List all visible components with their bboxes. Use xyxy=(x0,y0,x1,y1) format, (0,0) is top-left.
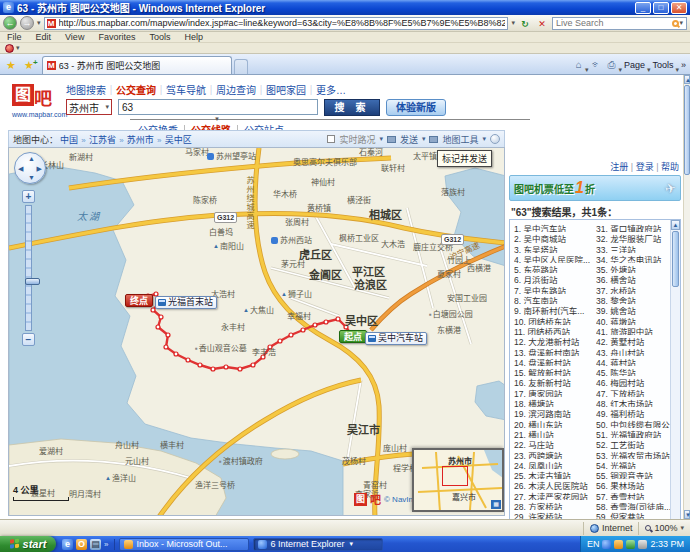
live-search-box[interactable]: ▾ xyxy=(552,17,687,30)
quicklaunch-desktop-icon[interactable]: ▤ xyxy=(90,539,101,550)
station-item[interactable]: 34. 华之杰电讯站 xyxy=(596,253,670,263)
menu-item-tools[interactable]: Tools xyxy=(142,32,177,42)
menu-item-favorites[interactable]: Favorites xyxy=(91,32,142,42)
minimap-toggle-icon[interactable]: ▦ xyxy=(491,500,501,509)
feeds-icon[interactable]: ᯤ xyxy=(588,56,604,74)
station-item[interactable]: 54. 光福站 xyxy=(596,459,670,469)
site-nav-item[interactable]: 地图搜索 xyxy=(66,85,106,96)
end-marker[interactable]: 终点 xyxy=(125,294,153,307)
station-item[interactable]: 33. 三洋站 xyxy=(596,243,670,253)
send-menu[interactable]: 发送 xyxy=(400,133,418,146)
traffic-label[interactable]: 实时路况 xyxy=(339,133,375,146)
quicklaunch-overflow[interactable]: » xyxy=(104,540,108,549)
zoom-handle[interactable] xyxy=(25,278,40,285)
addon-dropdown[interactable]: ▾ xyxy=(16,44,20,52)
station-item[interactable]: 51. 光福镇政府站 xyxy=(596,428,670,438)
station-item[interactable]: 25. 木渎古镇站 xyxy=(514,469,596,479)
station-item[interactable]: 53. 光福农贸市场站 xyxy=(596,449,670,459)
start-station-tag[interactable]: 吴中汽车站 xyxy=(365,332,427,345)
station-item[interactable]: 5. 东苑路站 xyxy=(514,263,596,273)
language-indicator[interactable]: EN xyxy=(587,539,600,549)
station-item[interactable]: 39. 姚舍站 xyxy=(596,304,670,314)
scroll-up-icon[interactable]: ▲ xyxy=(671,220,680,230)
maximize-button[interactable]: □ xyxy=(653,2,669,14)
station-item[interactable]: 55. 铜观音寺站 xyxy=(596,469,670,479)
breadcrumb-item[interactable]: 吴中区 xyxy=(165,135,192,145)
account-link[interactable]: 注册 xyxy=(610,162,628,172)
menu-item-help[interactable]: Help xyxy=(177,32,210,42)
page-scroll-up-icon[interactable]: ▲ xyxy=(684,75,690,84)
search-icon[interactable] xyxy=(672,20,679,27)
site-nav-item[interactable]: 公交查询 xyxy=(106,85,156,96)
station-item[interactable]: 37. 水桥站 xyxy=(596,284,670,294)
station-item[interactable]: 52. 工艺街站 xyxy=(596,438,670,448)
menu-item-file[interactable]: File xyxy=(0,32,29,42)
favorites-center-icon[interactable]: ★ xyxy=(2,56,20,74)
station-item[interactable]: 27. 木渎严家花园站 xyxy=(514,490,596,500)
station-item[interactable]: 8. 汽车南站 xyxy=(514,294,596,304)
refresh-button[interactable]: ↻ xyxy=(518,17,532,30)
print-icon[interactable]: ⎙ xyxy=(604,56,618,74)
station-item[interactable]: 7. 吴中东路站 xyxy=(514,284,596,294)
station-item[interactable]: 45. 陈华站 xyxy=(596,366,670,376)
pan-down-icon[interactable]: ▼ xyxy=(28,174,35,181)
station-item[interactable]: 17. 唐家园站 xyxy=(514,387,596,397)
toolbar-overflow[interactable]: » xyxy=(679,56,688,74)
menu-item-view[interactable]: View xyxy=(58,32,91,42)
add-favorite-icon[interactable]: ★ xyxy=(20,56,38,74)
new-tab-stub[interactable] xyxy=(234,59,248,74)
station-item[interactable]: 31. 胥口镇政府站 xyxy=(596,222,670,232)
station-item[interactable]: 38. 黎舍站 xyxy=(596,294,670,304)
account-link[interactable]: 帮助 xyxy=(654,162,679,172)
station-item[interactable]: 2. 吴中商城站 xyxy=(514,232,596,242)
station-item[interactable]: 21. 横山站 xyxy=(514,428,596,438)
page-scrollbar[interactable]: ▲ ▼ xyxy=(683,75,690,519)
forward-button[interactable]: → xyxy=(20,16,34,30)
station-item[interactable]: 22. 马庄站 xyxy=(514,438,596,448)
zoom-indicator[interactable]: 100% ▾ xyxy=(638,522,690,535)
mapbar-logo[interactable]: 图吧 www.mapbar.com xyxy=(12,84,58,118)
zoom-out-button[interactable]: − xyxy=(22,333,35,346)
station-item[interactable]: 29. 许家桥站 xyxy=(514,510,596,519)
search-button[interactable]: 搜 索 xyxy=(324,99,380,116)
site-nav-item[interactable]: 驾车导航 xyxy=(156,85,206,96)
station-item[interactable]: 48. 红木市场站 xyxy=(596,397,670,407)
new-version-button[interactable]: 体验新版 xyxy=(386,99,446,116)
pan-left-icon[interactable]: ◀ xyxy=(18,165,23,172)
station-item[interactable]: 41. 旅游职中站 xyxy=(596,325,670,335)
site-nav-item[interactable]: 更多… xyxy=(306,85,346,96)
page-scroll-thumb[interactable] xyxy=(684,85,690,175)
ad-banner[interactable]: 图吧机票低至 1 折 ✈ xyxy=(509,175,681,201)
map-pan-control[interactable]: ▲ ▼ ◀ ▶ xyxy=(14,152,46,184)
addon-icon[interactable] xyxy=(5,44,14,53)
map-canvas[interactable]: 长林山新湖村马家村苏州望亭站奥思高尔夫俱乐部石秦河太平镇联轩村神仙村华木桥陈家桥… xyxy=(8,147,505,516)
station-item[interactable]: 50. 中包线缆有限公... xyxy=(596,418,670,428)
station-item[interactable]: 24. 凤凰山站 xyxy=(514,459,596,469)
live-search-input[interactable] xyxy=(556,18,672,28)
maptools-menu[interactable]: 地图工具 xyxy=(442,133,478,146)
home-icon[interactable]: ⌂ xyxy=(573,56,585,74)
keyword-input[interactable] xyxy=(118,99,318,115)
minimize-button[interactable]: _ xyxy=(635,2,651,14)
tools-menu[interactable]: Tools xyxy=(650,56,675,74)
stations-scrollbar[interactable]: ▲ ▼ xyxy=(670,220,680,519)
station-item[interactable]: 12. 大龙港新村站 xyxy=(514,335,596,345)
station-item[interactable]: 46. 梅园村站 xyxy=(596,376,670,386)
station-item[interactable]: 35. 外塘站 xyxy=(596,263,670,273)
station-item[interactable]: 26. 木渎人民医院站 xyxy=(514,479,596,489)
pan-right-icon[interactable]: ▶ xyxy=(37,165,42,172)
account-link[interactable]: 登录 xyxy=(628,162,653,172)
station-item[interactable]: 14. 盘溪新村站 xyxy=(514,356,596,366)
quicklaunch-outlook-icon[interactable]: O xyxy=(76,539,87,550)
breadcrumb-item[interactable]: 苏州市 xyxy=(127,135,154,145)
tray-outlook-icon[interactable] xyxy=(614,540,623,549)
station-item[interactable]: 23. 西跨塘站 xyxy=(514,449,596,459)
station-item[interactable]: 18. 横塘站 xyxy=(514,397,596,407)
station-item[interactable]: 20. 横山东站 xyxy=(514,418,596,428)
station-item[interactable]: 43. 舟山村站 xyxy=(596,346,670,356)
station-item[interactable]: 1. 吴中汽车站 xyxy=(514,222,596,232)
station-item[interactable]: 59. 倪家巷站 xyxy=(596,510,670,519)
station-item[interactable]: 11. 团结桥西站 xyxy=(514,325,596,335)
start-marker[interactable]: 起点 xyxy=(339,330,367,343)
station-item[interactable]: 57. 香雪村站 xyxy=(596,490,670,500)
